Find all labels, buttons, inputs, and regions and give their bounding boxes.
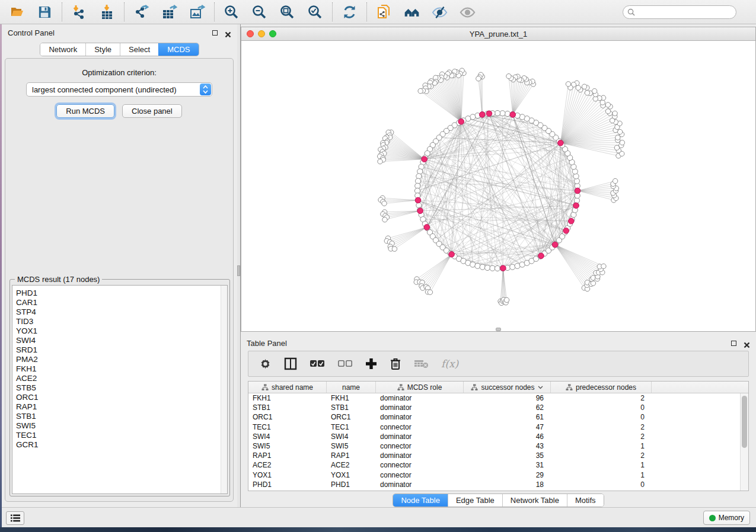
- column-header-shared-name[interactable]: shared name: [248, 382, 327, 393]
- table-cell[interactable]: dominator: [376, 432, 464, 441]
- zoom-fit-icon[interactable]: [279, 4, 295, 20]
- table-row[interactable]: FKH1FKH1dominator962: [248, 393, 748, 403]
- tab-network[interactable]: Network: [40, 43, 85, 56]
- table-cell[interactable]: 35: [464, 451, 551, 460]
- run-mcds-button[interactable]: Run MCDS: [56, 104, 114, 118]
- table-cell[interactable]: 96: [464, 394, 551, 402]
- table-cell[interactable]: 2: [551, 432, 652, 441]
- table-cell[interactable]: 46: [464, 432, 551, 441]
- settings-gear-icon[interactable]: [259, 358, 272, 370]
- tab-motifs[interactable]: Motifs: [567, 494, 604, 507]
- table-row[interactable]: ORC1ORC1dominator610: [248, 412, 748, 422]
- zoom-in-icon[interactable]: [224, 4, 240, 20]
- table-cell[interactable]: dominator: [376, 403, 464, 412]
- mcds-result-item[interactable]: FKH1: [12, 364, 227, 374]
- mcds-result-list[interactable]: PHD1CAR1STP4TID3YOX1SWI4SRD1PMA2FKH1ACE2…: [12, 285, 228, 494]
- table-cell[interactable]: 31: [464, 461, 551, 469]
- export-table-icon[interactable]: [161, 4, 177, 20]
- table-cell[interactable]: ORC1: [248, 413, 327, 421]
- table-cell[interactable]: ACE2: [248, 461, 327, 469]
- mcds-result-item[interactable]: TEC1: [12, 431, 227, 440]
- mcds-result-item[interactable]: ORC1: [12, 393, 227, 402]
- mcds-result-item[interactable]: SWI5: [12, 421, 227, 431]
- network-canvas[interactable]: [241, 41, 755, 331]
- table-row[interactable]: YOX1YOX1connector291: [248, 470, 748, 480]
- import-network-icon[interactable]: [71, 4, 87, 20]
- table-cell[interactable]: dominator: [376, 394, 464, 402]
- table-cell[interactable]: YOX1: [248, 471, 327, 479]
- mcds-result-item[interactable]: ACE2: [12, 374, 227, 383]
- column-header-predecessor-nodes[interactable]: predecessor nodes: [551, 382, 652, 393]
- table-cell[interactable]: 2: [551, 423, 652, 431]
- mcds-result-item[interactable]: PMA2: [12, 355, 227, 364]
- tab-style[interactable]: Style: [85, 43, 120, 56]
- save-session-icon[interactable]: [37, 4, 53, 20]
- table-cell[interactable]: SWI5: [327, 442, 376, 450]
- table-cell[interactable]: 47: [464, 423, 551, 431]
- table-row[interactable]: PHD1PHD1dominator180: [248, 480, 748, 489]
- select-all-checkboxes-icon[interactable]: [310, 360, 325, 368]
- close-panel-icon[interactable]: [225, 30, 231, 36]
- table-cell[interactable]: FKH1: [327, 394, 376, 402]
- table-row[interactable]: SWI4SWI4dominator462: [248, 432, 748, 441]
- network-view-titlebar[interactable]: YPA_prune.txt_1: [241, 27, 755, 41]
- show-all-icon[interactable]: [460, 4, 476, 20]
- mcds-result-item[interactable]: YOX1: [12, 326, 227, 336]
- horizontal-splitter-handle[interactable]: [496, 328, 501, 331]
- table-cell[interactable]: connector: [376, 471, 464, 479]
- column-header-successor-nodes[interactable]: successor nodes: [464, 382, 551, 393]
- mcds-result-item[interactable]: RAP1: [12, 402, 227, 412]
- clone-network-icon[interactable]: [376, 4, 392, 20]
- export-network-icon[interactable]: [133, 4, 149, 20]
- mcds-list-scrollbar[interactable]: [221, 286, 227, 493]
- first-neighbors-icon[interactable]: [404, 4, 420, 20]
- table-cell[interactable]: SWI5: [248, 442, 327, 450]
- export-image-icon[interactable]: [189, 4, 205, 20]
- hide-selected-icon[interactable]: [432, 4, 448, 20]
- table-cell[interactable]: PHD1: [248, 480, 327, 489]
- table-cell[interactable]: connector: [376, 423, 464, 431]
- table-cell[interactable]: PHD1: [327, 480, 376, 489]
- table-cell[interactable]: dominator: [376, 413, 464, 421]
- mcds-result-item[interactable]: SRD1: [12, 345, 227, 355]
- delete-column-icon[interactable]: [390, 357, 401, 370]
- table-scrollbar-thumb[interactable]: [742, 396, 747, 448]
- table-cell[interactable]: SWI4: [327, 432, 376, 441]
- table-cell[interactable]: connector: [376, 442, 464, 450]
- table-cell[interactable]: 0: [551, 413, 652, 421]
- mcds-result-item[interactable]: GCR1: [12, 440, 227, 450]
- table-cell[interactable]: connector: [376, 461, 464, 469]
- table-row[interactable]: SWI5SWI5connector431: [248, 441, 748, 451]
- table-cell[interactable]: 1: [551, 442, 652, 450]
- table-cell[interactable]: 43: [464, 442, 551, 450]
- open-session-icon[interactable]: [9, 4, 25, 20]
- table-row[interactable]: ACE2ACE2connector311: [248, 460, 748, 470]
- table-cell[interactable]: ORC1: [327, 413, 376, 421]
- mcds-result-item[interactable]: SWI4: [12, 336, 227, 345]
- mcds-result-item[interactable]: STP4: [12, 307, 227, 317]
- table-cell[interactable]: 61: [464, 413, 551, 421]
- criterion-select[interactable]: largest connected component (undirected): [26, 82, 212, 97]
- deselect-all-checkboxes-icon[interactable]: [337, 360, 353, 368]
- table-cell[interactable]: RAP1: [327, 451, 376, 460]
- column-layout-icon[interactable]: [284, 357, 297, 370]
- tab-node-table[interactable]: Node Table: [393, 494, 448, 507]
- search-field[interactable]: [623, 5, 736, 19]
- table-cell[interactable]: dominator: [376, 451, 464, 460]
- table-row[interactable]: TEC1TEC1connector472: [248, 422, 748, 432]
- zoom-selected-icon[interactable]: [307, 4, 323, 20]
- tab-network-table[interactable]: Network Table: [502, 494, 567, 507]
- table-row[interactable]: RAP1RAP1dominator352: [248, 451, 748, 460]
- add-column-icon[interactable]: [365, 358, 377, 370]
- table-cell[interactable]: YOX1: [327, 471, 376, 479]
- float-panel-icon[interactable]: [731, 341, 736, 346]
- table-cell[interactable]: STB1: [248, 403, 327, 412]
- show-panels-list-button[interactable]: [6, 511, 24, 525]
- tab-mcds[interactable]: MCDS: [158, 43, 198, 56]
- close-panel-button[interactable]: Close panel: [122, 104, 182, 118]
- table-cell[interactable]: FKH1: [248, 394, 327, 402]
- mcds-result-item[interactable]: PHD1: [12, 289, 227, 298]
- table-cell[interactable]: STB1: [327, 403, 376, 412]
- table-cell[interactable]: ACE2: [327, 461, 376, 469]
- zoom-out-icon[interactable]: [251, 4, 267, 20]
